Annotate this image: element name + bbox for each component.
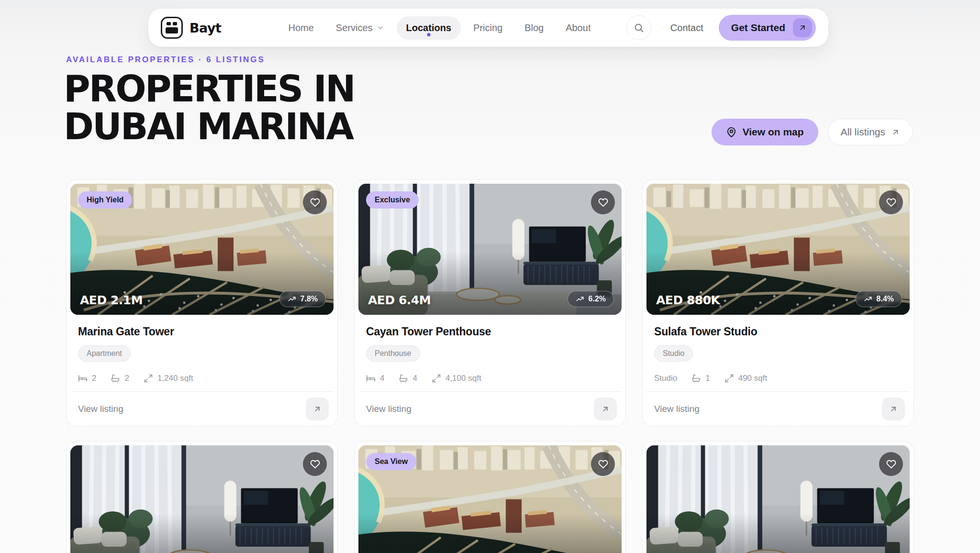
spec-bedrooms: 2 <box>78 374 96 383</box>
nav-links: Home Services Locations Pricing Blog Abo… <box>278 16 600 40</box>
property-card <box>66 441 338 553</box>
property-image: Exclusive AED 6.4M 6.2% <box>358 184 622 315</box>
bath-icon <box>399 374 408 383</box>
property-specs: Studio 1 490 sqft <box>654 374 902 383</box>
nav-item-home[interactable]: Home <box>278 16 323 40</box>
property-type-tag: Penthouse <box>366 345 420 362</box>
property-image: Sea View <box>358 445 622 553</box>
building-card-icon <box>161 17 183 39</box>
page-title-line1: PROPERTIES IN <box>64 67 355 110</box>
price-label: AED 880K <box>656 293 720 307</box>
image-gradient-overlay <box>70 445 334 553</box>
nav-item-services[interactable]: Services <box>326 16 394 40</box>
bed-icon <box>78 374 88 383</box>
view-listing-arrow-button[interactable] <box>594 398 617 420</box>
property-image <box>70 445 334 553</box>
property-grid: High Yield AED 2.1M 7.8% Marina Gate Tow… <box>66 179 914 553</box>
property-card: Exclusive AED 6.4M 6.2% Cayan Tower Pent… <box>354 179 626 427</box>
nav-item-about[interactable]: About <box>556 16 600 40</box>
nav-item-pricing[interactable]: Pricing <box>464 16 512 40</box>
bed-icon <box>366 374 376 383</box>
yield-badge: 7.8% <box>279 291 326 307</box>
property-title: Sulafa Tower Studio <box>654 325 902 338</box>
property-card: High Yield AED 2.1M 7.8% Marina Gate Tow… <box>66 179 338 427</box>
spec-bathrooms: 1 <box>691 374 710 383</box>
property-card: Sea View <box>354 441 626 553</box>
get-started-button[interactable]: Get Started <box>719 15 816 41</box>
map-pin-icon <box>726 127 737 138</box>
heart-icon <box>598 459 609 470</box>
arrow-up-right-icon <box>601 405 610 413</box>
card-body: Cayan Tower Penthouse Penthouse 4 4 4,10… <box>358 315 622 383</box>
heart-icon <box>598 197 609 208</box>
heart-icon <box>310 197 321 208</box>
yield-badge: 6.2% <box>568 291 614 307</box>
expand-icon <box>432 374 441 383</box>
yield-badge: 8.4% <box>856 291 902 307</box>
spec-bathrooms: 2 <box>111 374 129 383</box>
property-card: AED 880K 8.4% Sulafa Tower Studio Studio… <box>642 179 914 427</box>
page-title: PROPERTIES IN DUBAI MARINA <box>64 70 355 145</box>
property-title: Cayan Tower Penthouse <box>366 325 614 338</box>
search-button[interactable] <box>626 15 651 40</box>
bath-icon <box>691 374 701 383</box>
all-listings-button[interactable]: All listings <box>828 119 913 145</box>
card-body: Marina Gate Tower Apartment 2 2 1,240 sq… <box>70 315 334 383</box>
view-listing-link[interactable]: View listing <box>358 391 622 426</box>
nav-item-locations[interactable]: Locations <box>397 16 461 40</box>
view-listing-arrow-button[interactable] <box>882 398 905 420</box>
favorite-button[interactable] <box>879 190 903 214</box>
favorite-button[interactable] <box>591 452 615 476</box>
property-image <box>646 445 910 553</box>
favorite-button[interactable] <box>303 452 327 476</box>
brand-logo[interactable]: Bayt <box>161 17 221 39</box>
spec-bathrooms: 4 <box>399 374 417 383</box>
cta-arrow-badge <box>793 18 812 37</box>
property-type-tag: Studio <box>654 345 693 362</box>
property-specs: 4 4 4,100 sqft <box>366 374 614 383</box>
spec-area: 1,240 sqft <box>144 374 193 383</box>
property-specs: 2 2 1,240 sqft <box>78 374 326 383</box>
navbar: Bayt Home Services Locations Pricing Blo… <box>148 9 828 47</box>
nav-item-contact[interactable]: Contact <box>661 16 713 40</box>
favorite-button[interactable] <box>591 190 615 214</box>
brand-name: Bayt <box>189 21 221 35</box>
property-image: AED 880K 8.4% <box>646 184 910 315</box>
property-type-tag: Apartment <box>78 345 131 362</box>
view-listing-arrow-button[interactable] <box>306 398 329 420</box>
spec-area: 4,100 sqft <box>432 374 481 383</box>
arrow-up-right-icon <box>891 128 900 137</box>
heart-icon <box>310 459 321 470</box>
view-on-map-button[interactable]: View on map <box>712 119 818 145</box>
arrow-up-right-icon <box>889 405 898 413</box>
heart-icon <box>886 197 897 208</box>
property-image: High Yield AED 2.1M 7.8% <box>70 184 334 315</box>
nav-item-blog[interactable]: Blog <box>515 16 553 40</box>
image-gradient-overlay <box>646 445 910 553</box>
bath-icon <box>111 374 120 383</box>
get-started-label: Get Started <box>731 22 785 33</box>
spec-bedrooms: 4 <box>366 374 384 383</box>
trending-up-icon <box>576 295 584 303</box>
spec-type: Studio <box>654 374 677 383</box>
trending-up-icon <box>864 295 872 303</box>
card-body: Sulafa Tower Studio Studio Studio 1 490 … <box>646 315 910 383</box>
status-badge: Exclusive <box>366 191 419 209</box>
hero-actions: View on map All listings <box>712 119 913 145</box>
trending-up-icon <box>288 295 296 303</box>
status-badge: Sea View <box>366 453 416 470</box>
eyebrow-label: AVAILABLE PROPERTIES · 6 LISTINGS <box>66 55 265 65</box>
view-listing-link[interactable]: View listing <box>646 391 910 426</box>
expand-icon <box>724 374 734 383</box>
arrow-up-right-icon <box>798 23 807 32</box>
favorite-button[interactable] <box>879 452 903 476</box>
view-listing-link[interactable]: View listing <box>70 391 334 426</box>
price-label: AED 6.4M <box>368 293 431 307</box>
chevron-down-icon <box>377 24 384 32</box>
spec-area: 490 sqft <box>724 374 768 383</box>
favorite-button[interactable] <box>303 190 327 214</box>
heart-icon <box>886 459 897 470</box>
property-title: Marina Gate Tower <box>78 325 326 338</box>
page-title-line2: DUBAI MARINA <box>64 105 353 148</box>
price-label: AED 2.1M <box>80 293 143 307</box>
